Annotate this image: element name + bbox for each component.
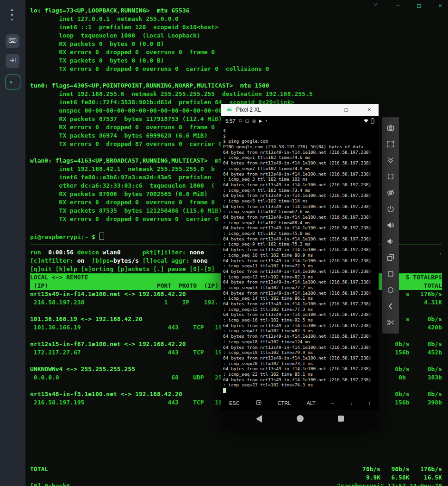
phone-terminal-line: 64 bytes from nrt13s49-in-f14.1e100.net … bbox=[223, 355, 378, 361]
volume-down-icon[interactable] bbox=[386, 236, 396, 246]
scissors-icon[interactable] bbox=[386, 317, 396, 328]
phone-terminal-line: : icmp_seq=22 ttl=102 time=85.1 ms bbox=[223, 372, 378, 377]
phone-terminal-line: : icmp_seq=18 ttl=102 time=124 ms bbox=[223, 339, 378, 345]
phone-terminal-line: : icmp_seq=5 ttl=102 time=114 ms bbox=[223, 198, 378, 204]
tmux-status-bar: [0] 0:bash* "raspberrypi" 17:57 24-Nov-2… bbox=[30, 482, 442, 486]
phone-terminal-line: 64 bytes from nrt13s49-in-f14.1e100.net … bbox=[223, 215, 378, 220]
keyboard-icon bbox=[8, 36, 17, 46]
phone-terminal-line: : icmp_seq=12 ttl=102 time=82.3 ms bbox=[223, 274, 378, 280]
volume-up-icon[interactable] bbox=[386, 220, 396, 230]
phone-terminal-line: 64 bytes from nrt13s49-in-f14.1e100.net … bbox=[223, 377, 378, 383]
recents-icon[interactable] bbox=[338, 416, 344, 422]
notification-icon: • bbox=[266, 119, 267, 123]
jnettop-total-row: TOTAL 78b/s 98b/s 176b/s bbox=[30, 465, 442, 473]
power-icon[interactable] bbox=[386, 204, 396, 214]
phone-close-button[interactable]: × bbox=[365, 107, 374, 113]
phone-terminal-line: $ bbox=[223, 133, 378, 139]
android-icon bbox=[226, 106, 233, 114]
keyboard-button[interactable] bbox=[6, 34, 19, 48]
phone-terminal-line: : icmp_seq=8 ttl=102 time=75.0 ms bbox=[223, 231, 378, 236]
arrow-up-key[interactable]: ↑ bbox=[368, 400, 371, 406]
phone-terminal-line: : icmp_seq=10 ttl=102 time=80.9 ms bbox=[223, 252, 378, 258]
wifi-icon bbox=[363, 118, 369, 124]
phone-terminal-line: : icmp_seq=17 ttl=102 time=82.3 ms bbox=[223, 328, 378, 334]
close-button[interactable]: × bbox=[438, 1, 442, 10]
phone-terminal-line: : icmp_seq=11 ttl=102 time=72.5 ms bbox=[223, 263, 378, 269]
phone-terminal-line: : icmp_seq=20 ttl=102 time=73.1 ms bbox=[223, 361, 378, 366]
phone-minimize-button[interactable]: — bbox=[318, 107, 328, 113]
terminal-line bbox=[30, 73, 442, 82]
overlapping-windows-icon[interactable] bbox=[386, 252, 396, 263]
esc-key[interactable]: ESC bbox=[229, 400, 240, 406]
phone-terminal-line: : icmp_seq=14 ttl=102 time=86.1 ms bbox=[223, 296, 378, 301]
phone-notification-icons: G▢◎▶• bbox=[238, 119, 267, 123]
phone-terminal-line: : icmp_seq=3 ttl=102 time=102 ms bbox=[223, 177, 378, 182]
phone-terminal-line: : icmp_seq=6 ttl=102 time=67.6 ms bbox=[223, 209, 378, 215]
terminal-cursor bbox=[100, 233, 104, 240]
phone-terminal-line: : icmp_seq=1 ttl=102 time=74.6 ms bbox=[223, 155, 378, 160]
terminal-line: loop txqueuelen 1000 (Local Loopback) bbox=[30, 32, 442, 40]
terminal-line: inet 127.0.0.1 netmask 255.0.0.0 bbox=[30, 15, 442, 23]
back-icon[interactable] bbox=[256, 415, 262, 423]
phone-maximize-button[interactable]: □ bbox=[342, 107, 351, 113]
phone-terminal-line: 64 bytes from nrt13s49-in-f14.1e100.net … bbox=[223, 182, 378, 188]
notification-icon: ◎ bbox=[252, 119, 256, 123]
phone-status-bar: 5:57 G▢◎▶• bbox=[221, 116, 379, 126]
notification-icon: ▶ bbox=[259, 119, 262, 123]
phone-clock: 5:57 bbox=[225, 118, 235, 124]
send-button[interactable] bbox=[6, 54, 19, 68]
phone-screen[interactable]: 5:57 G▢◎▶• $$$ ping google.comPING googl… bbox=[221, 116, 379, 427]
terminal-line: tun0: flags=4305<UP,POINTOPOINT,RUNNING,… bbox=[30, 82, 442, 90]
phone-terminal-line: $ bbox=[223, 128, 378, 133]
tab-key-icon[interactable] bbox=[255, 399, 262, 407]
maximize-button[interactable]: □ bbox=[417, 1, 421, 10]
arrow-down-key[interactable]: ↓ bbox=[350, 400, 353, 406]
phone-terminal-line: : icmp_seq=9 ttl=102 time=75.2 ms bbox=[223, 241, 378, 247]
terminal-icon: >_ bbox=[10, 80, 16, 85]
terminal-line: inet6 ::1 prefixlen 128 scopeid 0x10<hos… bbox=[30, 23, 442, 32]
phone-terminal-line: 64 bytes from nrt13s49-in-f14.1e100.net … bbox=[223, 366, 378, 372]
home-circle-icon[interactable] bbox=[386, 285, 396, 295]
phone-terminal-line: : icmp_seq=7 ttl=102 time=88.4 ms bbox=[223, 220, 378, 226]
phone-terminal-line: : icmp_seq=2 ttl=102 time=74.9 ms bbox=[223, 166, 378, 171]
kebab-menu-icon[interactable] bbox=[9, 9, 15, 20]
back-chevron-icon[interactable] bbox=[386, 301, 396, 311]
recents-square-icon[interactable] bbox=[386, 269, 396, 279]
phone-terminal-line: : icmp_seq=19 ttl=102 time=79.9 ms bbox=[223, 350, 378, 355]
phone-terminal-line: 64 bytes from nrt13s49-in-f14.1e100.net … bbox=[223, 160, 378, 166]
phone-terminal-line: 64 bytes from nrt13s49-in-f14.1e100.net … bbox=[223, 269, 378, 274]
phone-terminal-line: 64 bytes from nrt13s49-in-f14.1e100.net … bbox=[223, 171, 378, 177]
phone-terminal-line: 64 bytes from nrt13s49-in-f14.1e100.net … bbox=[223, 236, 378, 242]
phone-terminal-line: 64 bytes from nrt13s49-in-f14.1e100.net … bbox=[223, 193, 378, 198]
eye-off-icon[interactable] bbox=[386, 188, 396, 198]
phone-terminal-output[interactable]: $$$ ping google.comPING google.com (216.… bbox=[223, 128, 378, 393]
minimize-button[interactable]: — bbox=[396, 1, 400, 10]
fullscreen-icon[interactable] bbox=[386, 139, 396, 149]
phone-terminal-line: 64 bytes from nrt13s49-in-f14.1e100.net … bbox=[223, 290, 378, 296]
terminal-line: inet 192.168.255.6 netmask 255.255.255.2… bbox=[30, 90, 442, 98]
terminal-line: RX errors 0 dropped 0 overruns 0 frame 0 bbox=[30, 48, 442, 57]
phone-terminal-line: : icmp_seq=13 ttl=102 time=77.7 ms bbox=[223, 285, 378, 290]
dash-key[interactable]: – bbox=[331, 400, 334, 406]
phone-terminal-line: 64 bytes from nrt13s49-in-f14.1e100.net … bbox=[223, 345, 378, 350]
double-chevron-down-icon[interactable] bbox=[386, 155, 396, 165]
ctrl-key[interactable]: CTRL bbox=[278, 400, 291, 406]
phone-mirror-window: Pixel 2 XL — □ × 5:57 G▢◎▶• $ bbox=[221, 104, 379, 427]
camera-icon[interactable] bbox=[386, 123, 396, 133]
notification-icon: ▢ bbox=[245, 119, 249, 123]
phone-terminal-line: 64 bytes from nrt13s49-in-f14.1e100.net … bbox=[223, 312, 378, 317]
terminal-button[interactable]: >_ bbox=[6, 75, 20, 89]
phone-title-bar[interactable]: Pixel 2 XL — □ × bbox=[221, 104, 379, 116]
alt-key[interactable]: ALT bbox=[306, 400, 315, 406]
phone-terminal-line: 64 bytes from nrt13s49-in-f14.1e100.net … bbox=[223, 323, 378, 328]
home-icon[interactable] bbox=[297, 415, 304, 422]
jnettop-total-row2: 9.9K 6.58K 16.5K bbox=[30, 473, 442, 482]
rounded-square-icon[interactable] bbox=[386, 171, 396, 182]
phone-terminal-line: 64 bytes from nrt13s49-in-f14.1e100.net … bbox=[223, 150, 378, 155]
phone-window-title: Pixel 2 XL bbox=[236, 107, 261, 113]
terminal-line: RX packets 0 bytes 0 (0.0 B) bbox=[30, 40, 442, 48]
phone-terminal-line: 64 bytes from nrt13s49-in-f14.1e100.net … bbox=[223, 258, 378, 264]
phone-terminal-line: : icmp_seq=23 ttl=102 time=74.3 ms bbox=[223, 382, 378, 388]
chevron-down-icon[interactable] bbox=[373, 1, 379, 10]
phone-terminal-line: 64 bytes from nrt13s49-in-f14.1e100.net … bbox=[223, 301, 378, 307]
